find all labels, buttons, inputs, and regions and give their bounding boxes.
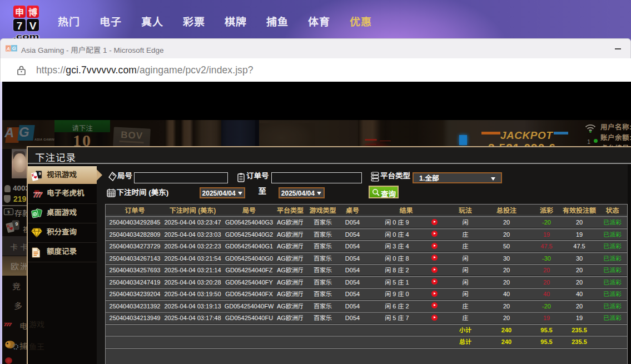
- svg-text:WIN: WIN: [34, 190, 39, 193]
- svg-text:9: 9: [15, 220, 18, 227]
- svg-text:9: 9: [38, 171, 41, 176]
- svg-text:G: G: [12, 45, 16, 52]
- svg-text:A: A: [6, 45, 10, 52]
